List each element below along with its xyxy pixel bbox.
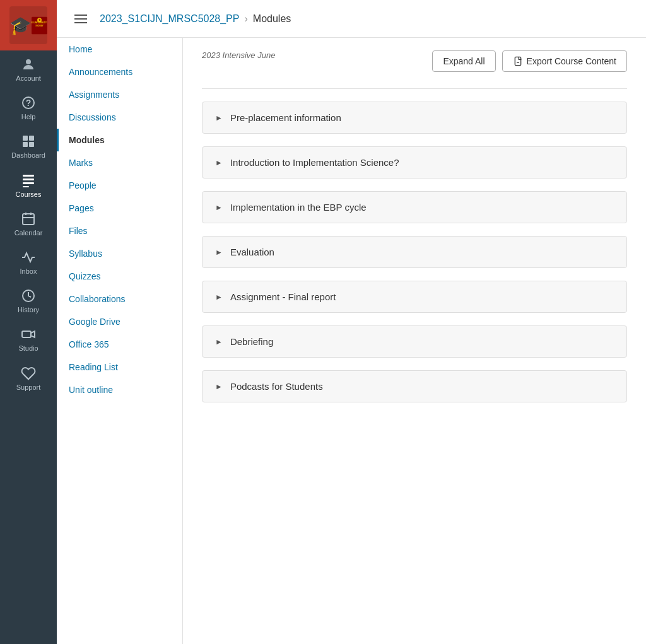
module-header-ebp: ► Implementation in the EBP cycle [203,192,626,223]
content-area: 2023 Intensive June Expand All Export Co… [183,38,646,644]
svg-rect-14 [23,182,34,184]
module-header-podcasts: ► Podcasts for Students [203,371,626,402]
export-label: Export Course Content [527,56,616,66]
module-arrow-debriefing: ► [215,337,223,346]
course-nav-reading-list[interactable]: Reading List [57,356,182,378]
nav-studio-label: Studio [18,344,38,353]
hamburger-line-3 [74,22,87,23]
course-nav-assignments[interactable]: Assignments [57,83,182,106]
module-title-assignment-final: Assignment - Final report [230,291,336,302]
nav-item-studio[interactable]: Studio [0,320,57,359]
module-item-intro[interactable]: ► Introduction to Implementation Science… [202,146,627,179]
module-arrow-ebp: ► [215,203,223,212]
top-divider [202,88,627,89]
svg-text:?: ? [26,98,32,108]
courses-icon [21,173,36,188]
module-header-intro: ► Introduction to Implementation Science… [203,147,626,178]
institution-logo: THE UNIVERSITY OF SYDNEY ⚜ [0,0,57,50]
module-title-pre-placement: Pre-placement information [230,112,341,123]
hamburger-button[interactable] [69,9,92,28]
nav-item-courses[interactable]: Courses [0,167,57,205]
course-nav-office-365[interactable]: Office 365 [57,333,182,356]
course-nav-pages[interactable]: Pages [57,197,182,220]
export-course-button[interactable]: Export Course Content [502,50,627,72]
hamburger-line-1 [74,15,87,16]
nav-courses-label: Courses [16,190,42,199]
course-nav-google-drive[interactable]: Google Drive [57,310,182,333]
nav-item-support[interactable]: Support [0,360,57,398]
svg-point-5 [26,59,31,64]
help-icon: ? [21,95,36,110]
svg-text:SYDNEY: SYDNEY [35,24,43,26]
nav-item-history[interactable]: History [0,282,57,320]
module-item-podcasts[interactable]: ► Podcasts for Students [202,370,627,402]
nav-item-calendar[interactable]: Calendar [0,205,57,243]
inbox-icon [21,250,36,265]
module-title-debriefing: Debriefing [230,336,273,347]
studio-icon [21,327,36,342]
course-nav-unit-outline[interactable]: Unit outline [57,378,182,401]
course-nav-collaborations[interactable]: Collaborations [57,288,182,310]
course-nav-discussions[interactable]: Discussions [57,106,182,129]
nav-help-label: Help [21,113,36,121]
account-icon [21,57,36,72]
svg-rect-9 [29,136,34,141]
module-title-evaluation: Evaluation [230,247,274,257]
nav-calendar-label: Calendar [15,229,43,237]
top-header: 2023_S1CIJN_MRSC5028_PP › Modules [57,0,646,38]
global-nav: THE UNIVERSITY OF SYDNEY ⚜ Account ? Hel… [0,0,57,644]
usyd-logo-svg: THE UNIVERSITY OF SYDNEY ⚜ [32,8,47,43]
nav-item-help[interactable]: ? Help [0,89,57,127]
module-title-podcasts: Podcasts for Students [230,381,323,392]
module-arrow-pre-placement: ► [215,114,223,122]
module-item-debriefing[interactable]: ► Debriefing [202,325,627,358]
calendar-icon [21,211,36,226]
main-content: 2023_S1CIJN_MRSC5028_PP › Modules Home A… [57,0,646,644]
module-arrow-assignment-final: ► [215,293,223,302]
course-nav-people[interactable]: People [57,174,182,197]
svg-rect-13 [23,179,34,180]
module-item-pre-placement[interactable]: ► Pre-placement information [202,102,627,134]
module-header-assignment-final: ► Assignment - Final report [203,281,626,312]
breadcrumb-current-page: Modules [253,13,291,25]
course-nav-syllabus[interactable]: Syllabus [57,242,182,265]
nav-item-inbox[interactable]: Inbox [0,243,57,282]
export-icon [513,56,523,66]
module-item-evaluation[interactable]: ► Evaluation [202,236,627,268]
module-arrow-evaluation: ► [215,248,223,257]
module-title-ebp: Implementation in the EBP cycle [230,202,367,213]
module-header-pre-placement: ► Pre-placement information [203,102,626,133]
svg-rect-10 [23,142,28,147]
nav-item-account[interactable]: Account [0,50,57,89]
support-icon [21,366,36,381]
module-header-debriefing: ► Debriefing [203,326,626,357]
svg-rect-15 [23,186,29,187]
svg-text:⚜: ⚜ [38,18,41,21]
nav-inbox-label: Inbox [20,267,37,276]
svg-rect-12 [23,175,34,177]
svg-rect-8 [23,136,28,141]
svg-marker-22 [31,331,35,337]
nav-item-dashboard[interactable]: Dashboard [0,127,57,166]
expand-all-button[interactable]: Expand All [432,50,495,72]
svg-rect-23 [515,57,520,65]
course-nav: Home Announcements Assignments Discussio… [57,38,183,644]
nav-dashboard-label: Dashboard [11,151,45,160]
course-nav-marks[interactable]: Marks [57,151,182,174]
module-arrow-intro: ► [215,158,223,167]
svg-rect-21 [22,331,31,337]
course-nav-home[interactable]: Home [57,38,182,61]
svg-rect-11 [29,142,34,147]
course-nav-quizzes[interactable]: Quizzes [57,265,182,288]
content-toolbar: Expand All Export Course Content [432,50,627,72]
history-icon [21,288,36,303]
breadcrumb-separator: › [244,13,247,25]
course-nav-files[interactable]: Files [57,220,182,242]
module-item-assignment-final[interactable]: ► Assignment - Final report [202,281,627,313]
breadcrumb-course-link[interactable]: 2023_S1CIJN_MRSC5028_PP [100,13,239,25]
module-title-intro: Introduction to Implementation Science? [230,157,399,168]
module-item-ebp[interactable]: ► Implementation in the EBP cycle [202,191,627,223]
course-nav-modules[interactable]: Modules [57,129,182,151]
course-nav-announcements[interactable]: Announcements [57,61,182,83]
module-header-evaluation: ► Evaluation [203,237,626,267]
